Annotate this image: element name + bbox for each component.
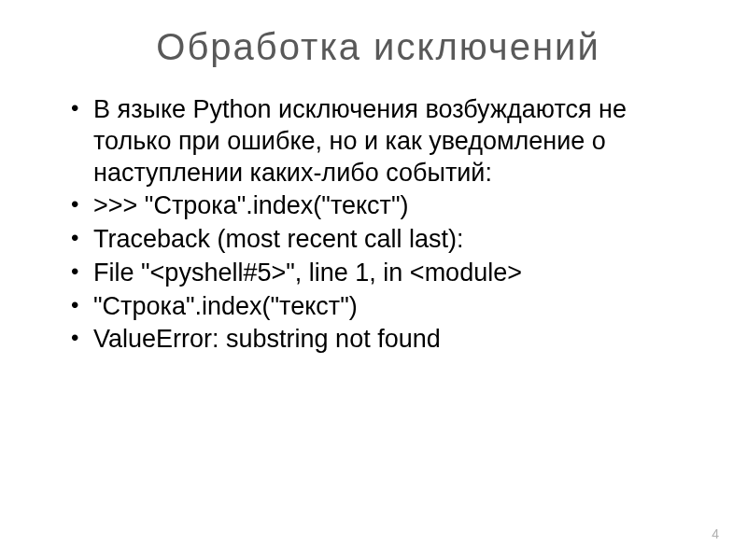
bullet-item: "Строка".index("текст") [65, 291, 700, 323]
bullet-item: В языке Python исключения возбуждаются н… [65, 94, 700, 189]
bullet-item: >>> "Строка".index("текст") [65, 190, 700, 222]
bullet-list: В языке Python исключения возбуждаются н… [65, 94, 700, 356]
bullet-item: Traceback (most recent call last): [65, 224, 700, 256]
slide-title: Обработка исключений [56, 26, 700, 68]
slide-content: В языке Python исключения возбуждаются н… [56, 94, 700, 356]
bullet-item: ValueError: substring not found [65, 324, 700, 356]
page-number: 4 [712, 526, 719, 541]
bullet-item: File "<pyshell#5>", line 1, in <module> [65, 258, 700, 289]
